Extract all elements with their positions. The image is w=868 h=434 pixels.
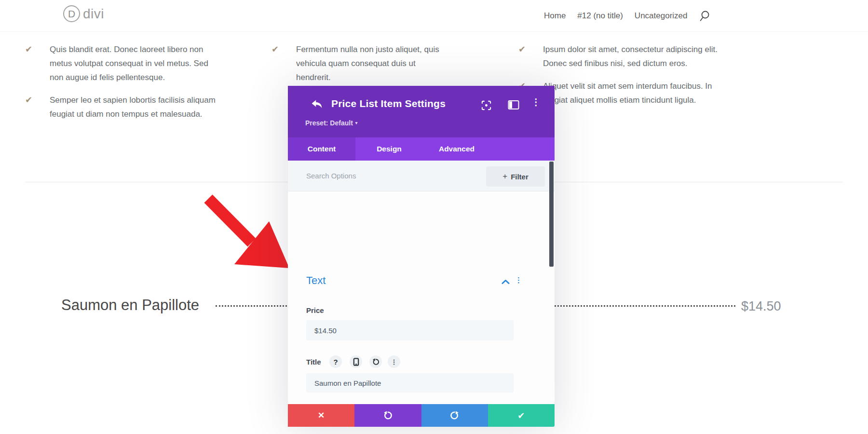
search-options-row: + Filter (288, 161, 555, 191)
undo-button[interactable] (354, 404, 421, 427)
title-field-label: Title (306, 358, 321, 366)
focus-point-icon[interactable] (481, 100, 492, 111)
field-more-options-icon[interactable]: ⋮ (388, 355, 400, 368)
save-button[interactable]: ✔ (488, 404, 555, 427)
filter-button-label: Filter (511, 173, 529, 181)
nav-link-page[interactable]: #12 (no title) (577, 11, 623, 21)
responsive-phone-icon[interactable] (350, 355, 362, 368)
price-field-input[interactable] (306, 320, 514, 340)
top-navigation-bar: D divi Home #12 (no title) Uncategorized (0, 0, 868, 32)
modal-scrollbar-thumb[interactable] (549, 162, 554, 267)
check-icon: ✔ (271, 42, 282, 56)
preset-selector[interactable]: Preset: Default▾ (305, 119, 357, 127)
list-item-text: Ipsum dolor sit amet, consectetur adipis… (543, 42, 721, 70)
modal-header: Price List Item Settings ⋮ Preset: Defau… (288, 86, 555, 137)
logo-text: divi (83, 6, 104, 22)
search-icon[interactable] (699, 10, 710, 22)
modal-tab-bar: Content Design Advanced (288, 137, 555, 161)
logo-mark: D (63, 5, 80, 22)
divi-logo[interactable]: D divi (63, 5, 104, 22)
caret-down-icon: ▾ (355, 121, 358, 125)
list-item-text: Quis blandit erat. Donec laoreet libero … (50, 42, 218, 84)
price-item-title: Saumon en Papillote (61, 297, 199, 314)
dock-layout-icon[interactable] (508, 100, 519, 110)
checklist-column-1: ✔ Quis blandit erat. Donec laoreet liber… (25, 42, 218, 130)
check-icon: ✔ (518, 42, 529, 56)
list-item: ✔ Quis blandit erat. Donec laoreet liber… (25, 42, 218, 84)
redo-button[interactable] (421, 404, 488, 427)
nav-link-category[interactable]: Uncategorized (635, 11, 688, 21)
plus-icon: + (502, 172, 507, 181)
list-item-text: Fermentum nulla non justo aliquet, quis … (296, 42, 451, 84)
text-section-heading[interactable]: Text (306, 274, 326, 287)
discard-button[interactable]: ✕ (288, 404, 354, 427)
nav-link-home[interactable]: Home (544, 11, 566, 21)
tab-design[interactable]: Design (355, 137, 423, 161)
check-icon: ✔ (25, 93, 36, 107)
tab-content[interactable]: Content (288, 137, 355, 161)
collapse-chevron-up-icon[interactable] (502, 279, 510, 285)
price-item-price: $14.50 (741, 299, 781, 314)
tab-advanced[interactable]: Advanced (423, 137, 490, 161)
header-more-options-icon[interactable]: ⋮ (531, 97, 541, 107)
settings-modal: Price List Item Settings ⋮ Preset: Defau… (288, 86, 555, 427)
filter-button[interactable]: + Filter (486, 166, 545, 187)
modal-body: + Filter Text ⋮ Price Title ? (288, 161, 555, 404)
modal-title: Price List Item Settings (331, 98, 446, 109)
list-item: ✔ Ipsum dolor sit amet, consectetur adip… (518, 42, 721, 70)
reset-icon[interactable] (369, 355, 382, 368)
preset-label: Preset: Default (305, 119, 353, 127)
price-field-label: Price (306, 306, 324, 314)
search-options-input[interactable] (306, 161, 461, 191)
list-item: ✔ Fermentum nulla non justo aliquet, qui… (271, 42, 451, 84)
back-button[interactable] (310, 98, 324, 110)
section-more-options-icon[interactable]: ⋮ (515, 276, 522, 284)
list-item-text: Aliquet velit sit amet sem interdum fauc… (543, 79, 721, 107)
modal-footer: ✕ ✔ (288, 404, 555, 427)
list-item: ✔ Semper leo et sapien lobortis facilisi… (25, 93, 218, 121)
check-icon: ✔ (25, 42, 36, 56)
main-nav: Home #12 (no title) Uncategorized (544, 0, 710, 32)
page: D divi Home #12 (no title) Uncategorized… (0, 0, 868, 434)
title-field-input[interactable] (306, 373, 514, 393)
list-item-text: Semper leo et sapien lobortis facilisis … (50, 93, 218, 121)
help-icon[interactable]: ? (329, 355, 342, 368)
